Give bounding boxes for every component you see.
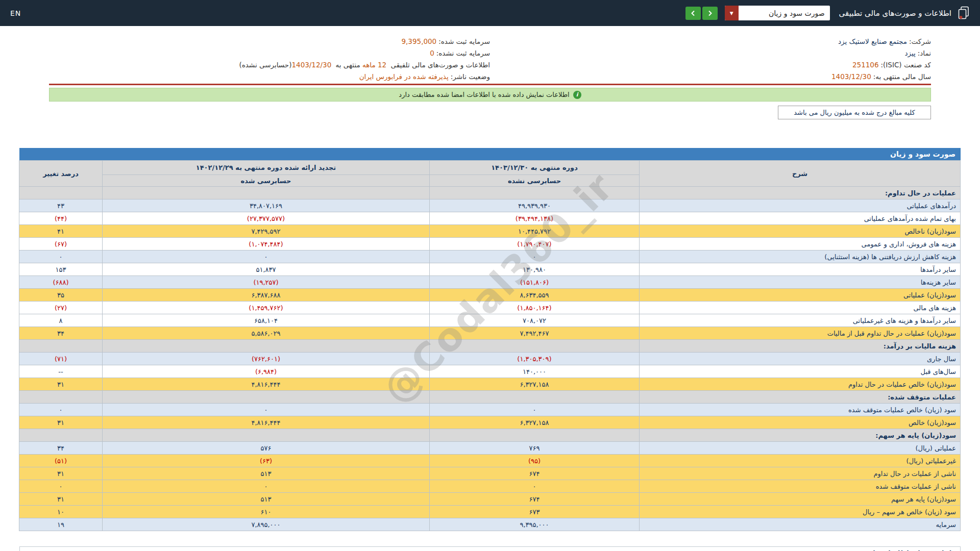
row-label: سایر درآمدها و هزینه های غیرعملیاتی xyxy=(640,314,961,327)
info-field-left-3: وضعیت ناشر:پذیرفته شده در فرابورس ایران xyxy=(49,71,490,83)
change-value: ۱۰ xyxy=(19,506,103,518)
current-value: ۴۹,۹۳۹,۹۳۰ xyxy=(430,199,640,212)
change-value: ۰ xyxy=(19,480,103,493)
current-value: ۷۶۹ xyxy=(430,442,640,455)
col-subheader-audited: حسابرسی شده xyxy=(103,175,430,187)
prior-value: ۶۱۰ xyxy=(103,506,430,518)
prior-value: (۱,۰۷۴,۴۸۴) xyxy=(103,238,430,251)
dropdown-selected-value: صورت سود و زیان xyxy=(739,9,830,17)
table-row: عملیاتی (ریال)۷۶۹۵۷۶۳۴ xyxy=(19,442,961,455)
col-header-description: شرح xyxy=(640,161,961,187)
change-value: (۷۱) xyxy=(19,353,103,365)
change-value: ۳۱ xyxy=(19,467,103,480)
section-label: عملیات متوقف شده: xyxy=(640,391,961,404)
prior-value: ۶۵۸,۱۰۴ xyxy=(103,314,430,327)
table-row: سایر هزینه‌ها(۱۵۱,۸۰۶)(۱۹,۲۵۷)(۶۸۸) xyxy=(19,276,961,289)
table-row: سال جاری(۱,۳۰۵,۳۰۹)(۷۶۲,۶۰۱)(۷۱) xyxy=(19,353,961,365)
top-navigation-bar: اطلاعات و صورت‌های مالی تطبیقی صورت سود … xyxy=(0,0,980,26)
language-switch-en[interactable]: EN xyxy=(10,9,21,17)
row-label: سود(زیان) پایه هر سهم xyxy=(640,493,961,506)
table-row: سود (زیان) خالص عملیات متوقف شده۰۰۰ xyxy=(19,404,961,416)
info-label: کد صنعت (ISIC): xyxy=(881,61,931,69)
prior-value: (۷۶۲,۶۰۱) xyxy=(103,353,430,365)
next-sheet-button[interactable] xyxy=(702,7,718,20)
current-value: ۰ xyxy=(430,480,640,493)
table-row: سود(زیان) عملیاتی۸,۶۳۴,۵۵۹۶,۳۸۷,۶۸۸۳۵ xyxy=(19,289,961,302)
row-label: ناشی از عملیات متوقف شده xyxy=(640,480,961,493)
info-field-right-1: نماد:پیزد xyxy=(490,47,931,59)
info-label: سال مالی منتهی به: xyxy=(873,72,931,81)
table-row: سایر درآمدها۱۳۰,۹۸۰۵۱,۸۳۷۱۵۳ xyxy=(19,263,961,276)
prev-sheet-button[interactable] xyxy=(685,7,701,20)
info-label: وضعیت ناشر: xyxy=(451,72,490,81)
row-label: سود (زیان) خالص عملیات متوقف شده xyxy=(640,404,961,416)
empty-cell xyxy=(19,391,103,404)
change-value: ۰ xyxy=(19,404,103,416)
section-row: عملیات متوقف شده: xyxy=(19,391,961,404)
statement-sheet-dropdown[interactable]: صورت سود و زیان ▼ xyxy=(725,6,830,20)
table-row: ناشی از عملیات در حال تداوم۶۷۴۵۱۳۳۱ xyxy=(19,467,961,480)
change-value: (۴۴) xyxy=(19,212,103,225)
table-row: سرمایه۹,۳۹۵,۰۰۰۷,۸۹۵,۰۰۰۱۹ xyxy=(19,518,961,531)
change-value: ۳۱ xyxy=(19,378,103,391)
current-value: ۱۴۰,۰۰۰ xyxy=(430,365,640,378)
info-label: شرکت: xyxy=(909,37,931,45)
change-value: ۱۵۳ xyxy=(19,263,103,276)
col-header-change-percent: درصد تغییر xyxy=(19,161,103,187)
empty-cell xyxy=(430,429,640,442)
row-label: هزینه کاهش ارزش دریافتنی ها (هزینه استثن… xyxy=(640,251,961,263)
current-value: ۹,۳۹۵,۰۰۰ xyxy=(430,518,640,531)
info-highlight: 1403/12/30 xyxy=(291,61,331,69)
row-label: درآمدهای عملیاتی xyxy=(640,199,961,212)
prior-value: ۴,۸۱۶,۴۴۴ xyxy=(103,416,430,429)
current-value: (۳۹,۴۹۴,۱۳۸) xyxy=(430,212,640,225)
info-icon: i xyxy=(573,91,581,99)
notice-text: اطلاعات نمایش داده شده با اطلاعات امضا ش… xyxy=(399,91,569,98)
info-text: اطلاعات و صورت‌های مالی تلفیقی xyxy=(388,61,490,69)
change-value: ۳۵ xyxy=(19,289,103,302)
row-label: ناشی از عملیات در حال تداوم xyxy=(640,467,961,480)
table-row: سال‌های قبل۱۴۰,۰۰۰(۶,۹۸۴)-- xyxy=(19,365,961,378)
info-label: سرمایه ثبت شده: xyxy=(438,37,490,45)
prior-value: ۴,۸۱۶,۴۴۴ xyxy=(103,378,430,391)
table-row: بهای تمام شده درآمدهای عملیاتی(۳۹,۴۹۴,۱۳… xyxy=(19,212,961,225)
row-label: سود(زیان) عملیات در حال تداوم قبل از مال… xyxy=(640,327,961,340)
units-note: کلیه مبالغ درج شده به میلیون ریال می باش… xyxy=(778,106,931,119)
change-value: (۶۸۸) xyxy=(19,276,103,289)
empty-cell xyxy=(103,340,430,353)
row-label: سود (زیان) خالص هر سهم – ریال xyxy=(640,506,961,518)
row-label: عملیاتی (ریال) xyxy=(640,442,961,455)
table-row: سود(زیان) خالص۶,۳۲۷,۱۵۸۴,۸۱۶,۴۴۴۳۱ xyxy=(19,416,961,429)
table-row: سود(زیان) خالص عملیات در حال تداوم۶,۳۲۷,… xyxy=(19,378,961,391)
row-label: سرمایه xyxy=(640,518,961,531)
info-value: 1403/12/30 xyxy=(831,72,871,81)
info-field-right-3: سال مالی منتهی به:1403/12/30 xyxy=(490,71,931,83)
info-field-right-0: شرکت:مجتمع صنایع لاستیک یزد xyxy=(490,36,931,47)
prior-value: ۵,۵۸۶,۰۲۹ xyxy=(103,327,430,340)
row-label: سال‌های قبل xyxy=(640,365,961,378)
page-title: اطلاعات و صورت‌های مالی تطبیقی xyxy=(839,9,951,18)
info-value: 0 xyxy=(430,49,434,57)
table-row: هزینه های فروش، اداری و عمومی(۱,۷۹۰,۴۰۷)… xyxy=(19,238,961,251)
section-label: هزینه مالیات بر درآمد: xyxy=(640,340,961,353)
current-value: ۷۰۸,۰۷۲ xyxy=(430,314,640,327)
current-value: ۶۷۳ xyxy=(430,506,640,518)
info-field-left-0: سرمایه ثبت شده:9,395,000 xyxy=(49,36,490,47)
change-value: (۲۷) xyxy=(19,302,103,314)
table-row: درآمدهای عملیاتی۴۹,۹۳۹,۹۳۰۳۴,۸۰۷,۱۶۹۴۳ xyxy=(19,199,961,212)
info-value: 9,395,000 xyxy=(401,37,436,45)
col-header-current-period: دوره منتهی به ۱۴۰۳/۱۲/۳۰ xyxy=(430,161,640,175)
signature-notice-bar: i اطلاعات نمایش داده شده با اطلاعات امضا… xyxy=(49,88,931,102)
prior-value: ۵۷۶ xyxy=(103,442,430,455)
change-value: ۳۱ xyxy=(19,416,103,429)
prior-value: ۰ xyxy=(103,251,430,263)
change-value: (۵۱) xyxy=(19,455,103,467)
prior-value: ۵۱۳ xyxy=(103,493,430,506)
table-row: سایر درآمدها و هزینه های غیرعملیاتی۷۰۸,۰… xyxy=(19,314,961,327)
info-label: سرمایه ثبت نشده: xyxy=(436,49,490,57)
info-text: (حسابرسی نشده) xyxy=(239,61,291,69)
prior-value: ۰ xyxy=(103,480,430,493)
empty-cell xyxy=(19,187,103,199)
section-row: هزینه مالیات بر درآمد: xyxy=(19,340,961,353)
info-value: 251106 xyxy=(852,61,879,69)
